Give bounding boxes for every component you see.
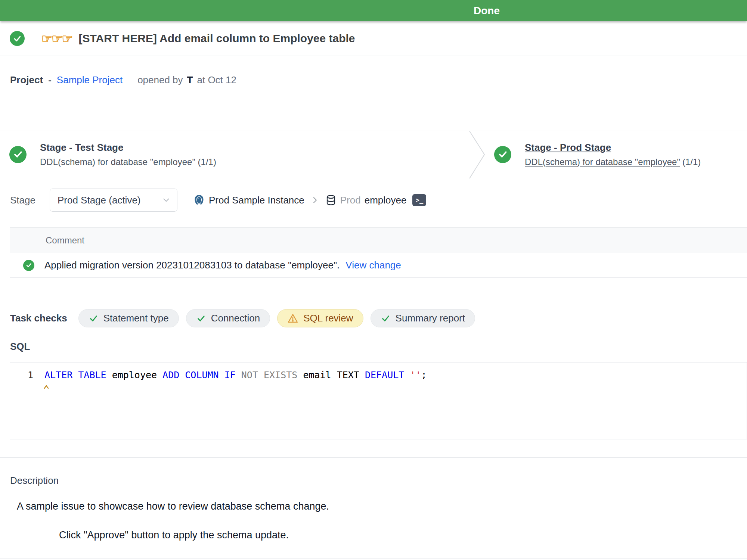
project-label: Project [10,74,43,86]
stage-test-task: DDL(schema) for database "employee" (1/1… [40,157,216,167]
stage-test-check-icon [9,146,27,163]
task-check-sql-review[interactable]: SQL review [277,309,363,327]
project-link[interactable]: Sample Project [57,74,123,86]
task-check-label: SQL review [303,312,353,324]
description-paragraph-1: A sample issue to showcase how to review… [0,501,747,512]
stage-selector-label: Stage [10,195,35,206]
task-check-connection[interactable]: Connection [186,309,270,327]
stage-prod[interactable]: Stage - Prod Stage DDL(schema) for datab… [485,131,701,178]
sql-editor[interactable]: 1 ALTER TABLE employee ADD COLUMN IF NOT… [10,362,747,439]
stage-prod-task-count: (1/1) [682,157,701,167]
status-banner-label: Done [474,0,500,21]
stage-test[interactable]: Stage - Test Stage DDL(schema) for datab… [0,131,469,178]
task-check-summary-report[interactable]: Summary report [371,309,475,327]
instance-link[interactable]: Prod Sample Instance [209,195,304,206]
task-check-statement-type[interactable]: Statement type [78,309,179,327]
comment-header-label: Comment [46,235,84,246]
environment-prefix: Prod [340,195,361,206]
stage-prod-task-link[interactable]: DDL(schema) for database "employee" [525,157,680,167]
check-icon [196,313,206,323]
comment-table: Comment Applied migration version 202310… [10,227,747,278]
bottom-divider [0,558,747,559]
check-icon [89,313,99,323]
pointing-finger-emoji: ☞☞☞ [41,31,72,46]
stage-prod-title-link[interactable]: Stage - Prod Stage [525,142,701,153]
database-link[interactable]: employee [365,195,407,206]
opened-at-text: at Oct 12 [197,74,236,86]
sql-code-line: ALTER TABLE employee ADD COLUMN IF NOT E… [44,368,427,382]
comment-text: Applied migration version 20231012083103… [44,259,340,271]
section-divider [0,457,747,458]
task-check-label: Statement type [103,312,169,324]
stage-separator-chevron [469,131,485,178]
task-check-label: Summary report [396,312,465,324]
stage-prod-check-icon [494,146,511,163]
sql-code-line-1: 1 ALTER TABLE employee ADD COLUMN IF NOT… [10,368,747,382]
chevron-down-icon [161,195,171,205]
sql-editor-button[interactable]: >_ [412,194,426,206]
description-label: Description [0,475,747,486]
issue-title-row: ☞☞☞ [START HERE] Add email column to Emp… [0,21,747,56]
check-icon [381,313,391,323]
opened-by-text: opened by [137,74,183,86]
stage-dropdown[interactable]: Prod Stage (active) [50,189,177,212]
stage-dropdown-value: Prod Stage (active) [58,195,141,206]
stage-selector-bar: Stage Prod Stage (active) Prod Sample In… [0,189,747,212]
task-check-label: Connection [211,312,260,324]
task-checks-row: Task checks Statement typeConnectionSQL … [0,309,747,327]
issue-done-check-icon [10,31,25,46]
postgresql-icon [193,194,205,206]
task-check-pills: Statement typeConnectionSQL reviewSummar… [78,309,475,327]
description-paragraph-2: Click "Approve" button to apply the sche… [0,529,747,541]
creator-name: T [187,74,193,86]
issue-title: [START HERE] Add email column to Employe… [78,32,355,45]
sql-section-label: SQL [0,341,747,352]
project-row: Project - Sample Project opened by T at … [0,71,747,89]
comment-table-header: Comment [10,228,747,253]
view-change-link[interactable]: View change [345,259,401,271]
status-banner: Done [0,0,747,21]
sql-line-number: 1 [10,368,33,382]
comment-row: Applied migration version 20231012083103… [10,253,747,278]
stage-test-title: Stage - Test Stage [40,142,216,153]
comment-success-check-icon [23,260,34,271]
sql-warning-squiggle-icon [44,380,50,391]
project-dash: - [48,74,52,86]
task-checks-label: Task checks [10,312,67,324]
warning-icon [287,313,298,324]
database-icon [325,195,337,206]
pipeline-stages: Stage - Test Stage DDL(schema) for datab… [0,131,747,178]
breadcrumb-chevron-icon [310,196,319,205]
